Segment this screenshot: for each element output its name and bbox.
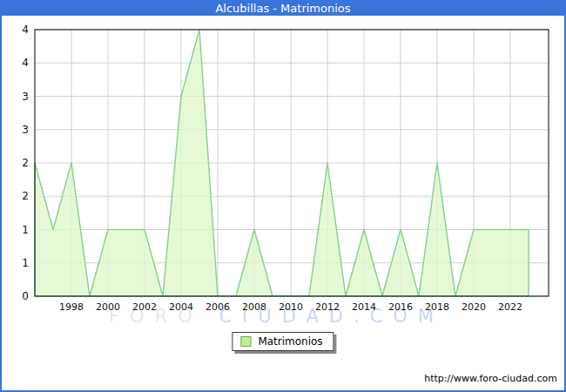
x-tick-label: 2022 — [498, 301, 522, 313]
y-tick-label: 2 — [22, 157, 29, 169]
x-tick-label: 2012 — [315, 301, 340, 313]
x-tick-label: 1998 — [59, 301, 84, 313]
x-tick-label: 2006 — [206, 301, 230, 313]
y-tick-label: 0 — [22, 290, 29, 302]
x-tick-label: 2020 — [462, 301, 486, 313]
x-tick-label: 2016 — [388, 301, 413, 313]
y-tick-label: 3 — [22, 91, 29, 103]
legend-swatch-icon — [240, 336, 251, 347]
x-tick-label: 2014 — [352, 301, 376, 313]
x-tick-label: 2000 — [96, 301, 120, 313]
y-tick-label: 4 — [22, 24, 29, 36]
legend-label: Matrimonios — [258, 335, 322, 348]
x-tick-label: 2018 — [425, 301, 449, 313]
x-tick-label: 2002 — [132, 301, 157, 313]
y-tick-label: 3 — [22, 124, 29, 136]
site-url: http://www.foro-ciudad.com — [424, 373, 557, 384]
x-tick-label: 2010 — [279, 301, 303, 313]
chart-window: Alcubillas - Matrimonios FORO CIUDAD.COM… — [0, 0, 566, 392]
y-tick-label: 1 — [22, 257, 29, 269]
y-tick-label: 1 — [22, 224, 29, 236]
x-tick-label: 2004 — [169, 301, 193, 313]
y-tick-label: 2 — [22, 190, 29, 202]
legend-box: Matrimonios — [232, 332, 334, 351]
x-tick-label: 2008 — [242, 301, 266, 313]
y-tick-label: 4 — [22, 57, 29, 69]
